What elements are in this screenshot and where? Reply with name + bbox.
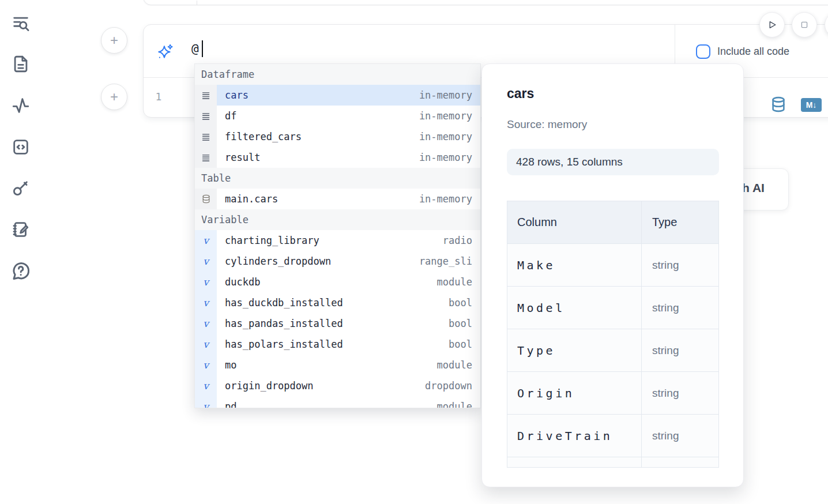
item-type: in-memory [413, 193, 472, 205]
autocomplete-row[interactable]: Dataframe v [195, 64, 480, 85]
item-name: cars [225, 89, 249, 101]
include-all-code-checkbox[interactable] [696, 44, 710, 59]
column-type: string [652, 344, 679, 357]
item-kind-icon: v [195, 313, 217, 334]
autocomplete-row[interactable]: v cylinders_dropdown range_sli [195, 251, 480, 272]
item-type: in-memory [413, 89, 472, 101]
previous-cell-divider [197, 1, 197, 5]
column-name: Origin [517, 386, 574, 400]
table-row: Type string [507, 329, 718, 372]
key-icon[interactable] [10, 178, 31, 198]
item-type: bool [443, 338, 472, 350]
variable-icon: v [203, 255, 209, 267]
item-name: duckdb [225, 276, 260, 288]
shape-badge: 428 rows, 15 columns [507, 149, 719, 175]
item-type: in-memory [413, 152, 472, 163]
table-row: Model string [507, 287, 718, 329]
help-chat-icon[interactable] [10, 261, 31, 281]
markdown-icon[interactable]: M↓ [801, 98, 822, 112]
type-header: Type [642, 201, 718, 243]
variable-icon: v [203, 297, 209, 309]
dataframe-icon [201, 132, 211, 142]
code-snippets-icon[interactable] [10, 137, 31, 157]
column-name: Model [517, 301, 565, 315]
variable-icon: v [203, 235, 209, 246]
item-kind-icon: v [195, 272, 217, 292]
autocomplete-row[interactable]: v df in-memory [195, 106, 480, 126]
item-name: has_pandas_installed [225, 318, 343, 329]
item-name: has_polars_installed [225, 338, 343, 350]
line-number: 1 [152, 91, 165, 103]
section-header: Dataframe [201, 69, 254, 80]
autocomplete-row[interactable]: Variable v [195, 209, 480, 230]
item-name: df [225, 110, 236, 122]
item-type: dropdown [419, 380, 472, 392]
item-type: in-memory [413, 110, 472, 122]
variable-icon: v [203, 380, 209, 392]
play-icon [766, 19, 778, 31]
item-kind-icon: v [195, 230, 217, 251]
autocomplete-row[interactable]: v pd module [195, 396, 480, 408]
item-name: charting_library [225, 235, 319, 246]
database-icon[interactable] [770, 95, 788, 114]
item-name: pd [225, 401, 236, 408]
autocomplete-row[interactable]: v mo module [195, 355, 480, 375]
variable-icon: v [203, 318, 209, 329]
autocomplete-row[interactable]: v has_pandas_installed bool [195, 313, 480, 334]
preview-source: Source: memory [507, 118, 587, 131]
file-text-icon[interactable] [10, 54, 31, 74]
dataframe-preview-panel: cars Source: memory 428 rows, 15 columns… [481, 63, 744, 487]
stop-button[interactable] [792, 12, 817, 37]
autocomplete-row[interactable]: v duckdb module [195, 272, 480, 292]
column-name: DriveTrain [517, 429, 612, 443]
item-kind-icon: v [195, 292, 217, 313]
column-type: string [652, 302, 679, 314]
autocomplete-row[interactable]: v filtered_cars in-memory [195, 126, 480, 147]
autocomplete-row[interactable]: v origin_dropdown dropdown [195, 375, 480, 396]
dataframe-icon [201, 91, 211, 100]
schema-table: Column Type Make string Model string Typ… [507, 201, 719, 468]
column-header: Column [507, 201, 642, 243]
item-kind-icon: v [195, 375, 217, 396]
scratchpad-icon[interactable] [10, 219, 31, 240]
item-name: result [225, 152, 260, 163]
autocomplete-row[interactable]: v result in-memory [195, 147, 480, 168]
autocomplete-row[interactable]: Table v [195, 168, 480, 189]
text-caret [202, 40, 203, 57]
marimo-notebook: + + @ Include all code 1 M↓ [0, 0, 828, 504]
item-kind-icon: v [195, 147, 217, 168]
item-type: range_sli [413, 255, 472, 267]
item-name: has_duckdb_installed [225, 297, 343, 309]
item-type: module [431, 276, 472, 288]
activity-icon[interactable] [10, 95, 31, 116]
item-type: bool [443, 318, 472, 329]
section-header: Table [201, 172, 231, 184]
item-type: in-memory [413, 131, 472, 142]
autocomplete-row[interactable]: v has_polars_installed bool [195, 334, 480, 355]
ai-prompt-input[interactable]: @ [191, 42, 199, 56]
previous-cell-bottom [143, 0, 828, 5]
variable-icon: v [203, 401, 209, 408]
schema-table-header: Column Type [507, 201, 718, 244]
table-row: Make string [507, 244, 718, 287]
item-kind-icon: v [195, 251, 217, 272]
sparkle-ai-icon [156, 43, 174, 61]
item-kind-icon: v [195, 355, 217, 375]
item-kind-icon: v [195, 189, 217, 209]
item-kind-icon: v [195, 106, 217, 126]
toc-search-icon[interactable] [10, 13, 31, 34]
column-type: string [652, 259, 679, 272]
section-header: Variable [201, 214, 249, 225]
variable-icon: v [203, 338, 209, 350]
item-kind-icon: v [195, 85, 217, 106]
table-row-partial [507, 457, 718, 468]
item-name: origin_dropdown [225, 380, 314, 392]
autocomplete-row[interactable]: v cars in-memory [195, 85, 480, 106]
database-icon [201, 194, 211, 204]
add-cell-above-button[interactable]: + [101, 27, 127, 54]
autocomplete-row[interactable]: v main.cars in-memory [195, 189, 480, 209]
autocomplete-row[interactable]: v charting_library radio [195, 230, 480, 251]
add-cell-below-button[interactable]: + [101, 84, 127, 110]
autocomplete-row[interactable]: v has_duckdb_installed bool [195, 292, 480, 313]
run-cell-button[interactable] [759, 12, 785, 37]
